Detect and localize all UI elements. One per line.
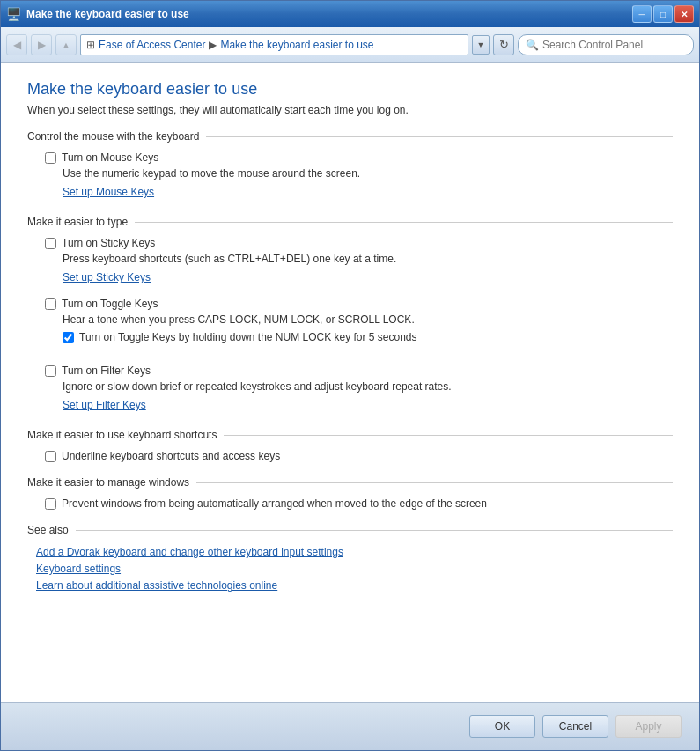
breadcrumb-root: Ease of Access Center ▶ Make the keyboar… [99,39,374,51]
back-button[interactable]: ◀ [6,34,27,55]
section-header-shortcuts: Make it easier to use keyboard shortcuts [27,429,673,441]
bottom-bar: OK Cancel Apply [1,702,699,750]
option-group-windows: Prevent windows from being automatically… [45,497,673,510]
breadcrumb-current: Make the keyboard easier to use [220,39,373,51]
checkbox-toggle-keys[interactable] [45,298,56,310]
label-prevent-arrange: Prevent windows from being automatically… [62,497,487,510]
section-line-type [135,222,673,223]
section-title-shortcuts: Make it easier to use keyboard shortcuts [27,429,217,441]
desc-mouse-keys: Use the numeric keypad to move the mouse… [63,167,673,180]
main-window: 🖥️ Make the keyboard easier to use ─ □ ✕… [0,0,700,751]
checkbox-sticky-keys[interactable] [45,238,56,249]
minimize-button[interactable]: ─ [632,5,652,23]
suboption-toggle-5sec: Turn on Toggle Keys by holding down the … [63,331,673,343]
apply-button[interactable]: Apply [615,715,682,738]
option-group-sticky: Turn on Sticky Keys Press keyboard short… [45,237,673,287]
window-icon: 🖥️ [6,7,21,21]
checkbox-mouse-keys[interactable] [45,152,56,164]
search-icon: 🔍 [526,39,539,51]
search-input[interactable] [542,39,683,51]
title-bar-controls: ─ □ ✕ [632,5,694,23]
checkbox-filter-keys[interactable] [45,365,56,377]
section-header-mouse: Control the mouse with the keyboard [27,130,673,143]
checkbox-row-sticky: Turn on Sticky Keys [45,237,673,249]
checkbox-row-mouse-keys: Turn on Mouse Keys [45,151,673,164]
checkbox-row-filter: Turn on Filter Keys [45,364,673,377]
breadcrumb-root-text[interactable]: Ease of Access Center [99,39,205,51]
link-keyboard-settings[interactable]: Keyboard settings [36,563,121,575]
title-bar-left: 🖥️ Make the keyboard easier to use [6,7,189,21]
section-header-windows: Make it easier to manage windows [27,476,673,489]
option-group-shortcuts: Underline keyboard shortcuts and access … [45,450,673,462]
section-title-windows: Make it easier to manage windows [27,476,189,489]
breadcrumb-sep: ▶ [209,39,217,51]
section-line-seealso [76,530,673,531]
section-title-type: Make it easier to type [27,216,128,228]
section-easier-type: Make it easier to type Turn on Sticky Ke… [27,216,673,415]
maximize-button[interactable]: □ [653,5,673,23]
page-title: Make the keyboard easier to use [27,80,673,99]
link-setup-mouse-keys[interactable]: Set up Mouse Keys [63,186,154,198]
section-line-shortcuts [224,435,673,436]
label-underline-shortcuts: Underline keyboard shortcuts and access … [62,450,280,462]
section-header-seealso: See also [27,524,673,536]
label-toggle-5sec: Turn on Toggle Keys by holding down the … [79,331,417,343]
cancel-button[interactable]: Cancel [542,715,608,738]
option-group-mouse: Turn on Mouse Keys Use the numeric keypa… [45,151,673,202]
label-mouse-keys: Turn on Mouse Keys [62,151,158,164]
ok-button[interactable]: OK [469,715,535,738]
section-manage-windows: Make it easier to manage windows Prevent… [27,476,673,510]
address-bar: ⊞ Ease of Access Center ▶ Make the keybo… [80,34,468,55]
forward-button[interactable]: ▶ [31,34,52,55]
checkbox-underline-shortcuts[interactable] [45,451,56,462]
checkbox-prevent-arrange[interactable] [45,498,56,510]
section-line [206,136,673,137]
section-title-mouse: Control the mouse with the keyboard [27,130,199,143]
label-filter-keys: Turn on Filter Keys [62,364,151,377]
checkbox-row-prevent-arrange: Prevent windows from being automatically… [45,497,673,510]
option-group-filter: Turn on Filter Keys Ignore or slow down … [45,364,673,415]
desc-filter-keys: Ignore or slow down brief or repeated ke… [63,380,673,393]
title-bar-title: Make the keyboard easier to use [26,8,189,20]
checkbox-row-underline: Underline keyboard shortcuts and access … [45,450,673,462]
address-dropdown[interactable]: ▼ [472,35,490,55]
section-keyboard-shortcuts: Make it easier to use keyboard shortcuts… [27,429,673,462]
label-toggle-keys: Turn on Toggle Keys [62,298,158,310]
section-header-type: Make it easier to type [27,216,673,228]
close-button[interactable]: ✕ [674,5,694,23]
page-subtitle: When you select these settings, they wil… [27,104,673,116]
option-group-toggle: Turn on Toggle Keys Hear a tone when you… [45,298,673,354]
desc-toggle-keys: Hear a tone when you press CAPS LOCK, NU… [63,313,673,326]
search-box: 🔍 [518,34,694,55]
checkbox-row-toggle: Turn on Toggle Keys [45,298,673,310]
content-area: Make the keyboard easier to use When you… [1,63,699,702]
link-setup-filter-keys[interactable]: Set up Filter Keys [63,399,146,411]
section-mouse-keyboard: Control the mouse with the keyboard Turn… [27,130,673,202]
section-line-windows [196,482,673,483]
desc-sticky-keys: Press keyboard shortcuts (such as CTRL+A… [63,253,673,265]
checkbox-row-toggle-5sec: Turn on Toggle Keys by holding down the … [63,331,673,343]
link-assistive-tech[interactable]: Learn about additional assistive technol… [36,579,277,592]
breadcrumb-home-icon: ⊞ [86,39,95,51]
section-title-seealso: See also [27,524,69,536]
title-bar: 🖥️ Make the keyboard easier to use ─ □ ✕ [1,1,699,27]
link-dvorak[interactable]: Add a Dvorak keyboard and change other k… [36,546,343,558]
link-setup-sticky-keys[interactable]: Set up Sticky Keys [63,271,151,283]
up-button[interactable]: ▲ [55,34,77,55]
see-also-links: Add a Dvorak keyboard and change other k… [27,545,673,595]
section-see-also: See also Add a Dvorak keyboard and chang… [27,524,673,595]
nav-bar: ◀ ▶ ▲ ⊞ Ease of Access Center ▶ Make the… [1,27,699,63]
label-sticky-keys: Turn on Sticky Keys [62,237,155,249]
checkbox-toggle-5sec[interactable] [63,332,74,343]
refresh-button[interactable]: ↻ [493,34,514,55]
